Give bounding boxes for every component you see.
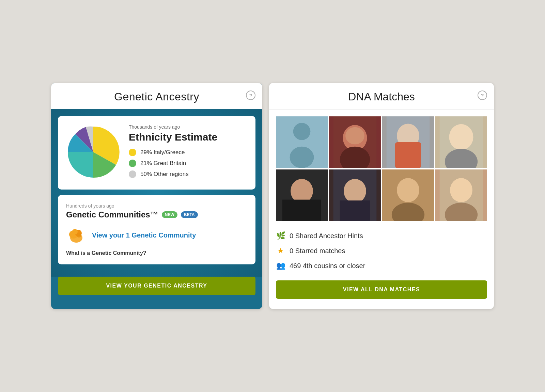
legend-text-other: 50% Other regions [140,171,189,178]
ethnicity-title: Ethnicity Estimate [129,131,247,143]
match-photo-2[interactable] [329,116,381,168]
match-silhouette [276,116,328,168]
ethnicity-card[interactable]: Thousands of years ago Ethnicity Estimat… [58,116,255,190]
badge-beta: BETA [181,211,198,218]
match-photo-1[interactable] [276,116,328,168]
ethnicity-pie-chart [66,125,121,179]
dna-matches-title: DNA Matches [276,91,487,103]
dna-matches-panel: DNA Matches ? [269,83,494,309]
svg-rect-23 [340,200,370,221]
match-photo-face-6 [329,169,381,221]
svg-point-6 [293,123,311,140]
legend-text-italy: 29% Italy/Greece [140,149,185,156]
what-is-genetic-community-link[interactable]: What is a Genetic Community? [66,250,247,256]
people-icon: 👥 [276,261,285,270]
genetic-ancestry-panel: Genetic Ancestry ? [51,83,262,309]
left-help-icon[interactable]: ? [246,91,255,100]
match-photo-3[interactable] [382,116,434,168]
view-genetic-ancestry-button[interactable]: VIEW YOUR GENETIC ANCESTRY [58,277,255,295]
star-icon: ★ [276,246,285,255]
svg-point-19 [291,179,313,203]
match-photo-6[interactable] [329,169,381,221]
pie-segment-teal [68,152,93,178]
svg-point-3 [72,229,78,234]
pie-chart-container [66,125,121,181]
stat-starred-text: 0 Starred matches [290,247,345,255]
svg-point-4 [77,233,81,238]
legend-item-2: 50% Other regions [129,170,247,178]
right-panel-body: 🌿 0 Shared Ancestor Hints ★ 0 Starred ma… [269,110,494,309]
legend-text-britain: 21% Great Britain [140,160,186,167]
communities-title-row: Genetic Communities™ NEW BETA [66,210,247,219]
left-panel-body: Thousands of years ago Ethnicity Estimat… [51,109,262,277]
svg-point-22 [344,179,366,203]
leaf-icon: 🌿 [276,231,285,240]
stat-starred-matches[interactable]: ★ 0 Starred matches [276,246,487,255]
match-photo-4[interactable] [435,116,487,168]
match-photo-face-8 [435,169,487,221]
communities-card[interactable]: Hundreds of years ago Genetic Communitie… [58,195,255,264]
genetic-ancestry-title: Genetic Ancestry [58,91,255,103]
svg-point-25 [397,178,419,202]
match-photo-face-4 [435,116,487,168]
legend-dot-italy [129,149,136,156]
match-photo-8[interactable] [435,169,487,221]
match-photo-7[interactable] [382,169,434,221]
svg-point-16 [449,124,473,150]
svg-rect-14 [395,142,421,168]
view-all-dna-matches-button[interactable]: VIEW ALL DNA MATCHES [276,280,487,299]
dna-matches-photo-grid [276,116,487,221]
left-panel-header: Genetic Ancestry ? [51,83,262,109]
svg-rect-20 [282,200,321,221]
stat-shared-ancestors-text: 0 Shared Ancestor Hints [290,232,363,240]
match-photo-face-3 [382,116,434,168]
stat-shared-ancestors[interactable]: 🌿 0 Shared Ancestor Hints [276,231,487,240]
communities-link-row: View your 1 Genetic Community [66,225,247,245]
match-photo-5[interactable] [276,169,328,221]
legend-dot-britain [129,160,136,167]
right-help-icon[interactable]: ? [478,91,487,100]
app-container: Genetic Ancestry ? [51,83,494,309]
svg-point-7 [290,147,314,168]
match-photo-face-2 [329,116,381,168]
view-community-link[interactable]: View your 1 Genetic Community [92,231,196,239]
svg-point-11 [345,127,364,145]
match-photo-face-5 [276,169,328,221]
legend-item-0: 29% Italy/Greece [129,149,247,156]
ethnicity-years-label: Thousands of years ago [129,124,247,130]
communities-title: Genetic Communities™ [66,210,158,219]
legend-item-1: 21% Great Britain [129,160,247,167]
right-panel-header: DNA Matches ? [269,83,494,110]
match-photo-face-7 [382,169,434,221]
badge-new: NEW [162,211,177,218]
communities-years-label: Hundreds of years ago [66,203,247,209]
communities-blob-icon [66,225,87,245]
svg-point-28 [450,178,472,202]
dna-stats-list: 🌿 0 Shared Ancestor Hints ★ 0 Starred ma… [276,231,487,270]
legend-dot-other [129,170,136,178]
stat-cousins[interactable]: 👥 469 4th cousins or closer [276,261,487,270]
ethnicity-info: Thousands of years ago Ethnicity Estimat… [129,124,247,181]
stat-cousins-text: 469 4th cousins or closer [290,262,365,270]
